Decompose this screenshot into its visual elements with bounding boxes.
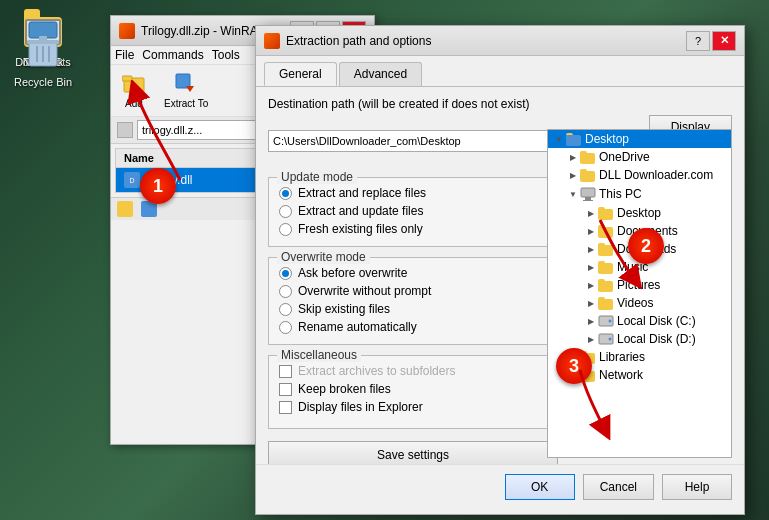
address-text: trilogy.dll.z...: [142, 124, 202, 136]
back-icon[interactable]: [117, 122, 133, 138]
hdd-icon-c: [598, 314, 614, 328]
tree-expander-pictures[interactable]: ▶: [584, 278, 598, 292]
folder-tree[interactable]: ▼ Desktop ▶ OneDrive: [547, 129, 732, 458]
checkbox-keep-broken[interactable]: Keep broken files: [279, 382, 547, 396]
desktop-icon-recycle-label: Recycle Bin: [14, 76, 72, 88]
checkbox-keep-broken-box: [279, 383, 292, 396]
svg-rect-4: [27, 40, 59, 44]
tree-expander-videos[interactable]: ▶: [584, 296, 598, 310]
tree-item-music[interactable]: ▶ Music: [548, 258, 731, 276]
extraction-dialog: Extraction path and options ? ✕ General …: [255, 25, 745, 515]
radio-ask-before-label: Ask before overwrite: [298, 266, 407, 280]
folder-icon-onedrive: [580, 151, 596, 164]
checkbox-extract-subfolders[interactable]: Extract archives to subfolders: [279, 364, 547, 378]
folder-icon-libraries: [580, 351, 596, 364]
checkbox-extract-subfolders-label: Extract archives to subfolders: [298, 364, 455, 378]
hdd-icon-d: [598, 332, 614, 346]
dialog-footer: OK Cancel Help: [256, 464, 744, 508]
tab-bar: General Advanced: [256, 56, 744, 86]
tree-expander-music[interactable]: ▶: [584, 260, 598, 274]
overwrite-mode-title: Overwrite mode: [277, 250, 370, 264]
tree-expander-desktop[interactable]: ▼: [552, 132, 566, 146]
radio-ask-before[interactable]: Ask before overwrite: [279, 266, 547, 280]
tree-expander-dll[interactable]: ▶: [566, 168, 580, 182]
tree-item-local-d[interactable]: ▶ Local Disk (D:): [548, 330, 731, 348]
tree-item-videos[interactable]: ▶ Videos: [548, 294, 731, 312]
radio-ask-before-circle: [279, 267, 292, 280]
tree-label-local-c: Local Disk (C:): [617, 314, 696, 328]
tree-label-dll: DLL Downloader.com: [599, 168, 713, 182]
toolbar-add[interactable]: + Add: [115, 69, 153, 112]
tree-label-local-d: Local Disk (D:): [617, 332, 696, 346]
radio-extract-update-label: Extract and update files: [298, 204, 423, 218]
svg-point-20: [609, 320, 612, 323]
winrar-title-icon: [119, 23, 135, 39]
radio-overwrite-no-prompt[interactable]: Overwrite without prompt: [279, 284, 547, 298]
misc-title: Miscellaneous: [277, 348, 361, 362]
tree-item-thispc[interactable]: ▼ This PC: [548, 184, 731, 204]
tab-general[interactable]: General: [264, 62, 337, 86]
svg-rect-16: [581, 188, 595, 197]
tree-item-local-c[interactable]: ▶ Local Disk (C:): [548, 312, 731, 330]
radio-extract-update[interactable]: Extract and update files: [279, 204, 547, 218]
svg-rect-14: [117, 201, 133, 217]
tab-advanced[interactable]: Advanced: [339, 62, 422, 86]
radio-overwrite-no-prompt-label: Overwrite without prompt: [298, 284, 431, 298]
tree-item-dll-downloader[interactable]: ▶ DLL Downloader.com: [548, 166, 731, 184]
checkbox-display-explorer[interactable]: Display files in Explorer: [279, 400, 547, 414]
tree-item-network[interactable]: ▶ Network: [548, 366, 731, 384]
dest-label: Destination path (will be created if doe…: [268, 97, 732, 111]
help-button[interactable]: Help: [662, 474, 732, 500]
winrar-status-icon: [117, 201, 133, 217]
radio-rename-auto[interactable]: Rename automatically: [279, 320, 547, 334]
dialog-help-btn[interactable]: ?: [686, 31, 710, 51]
overwrite-mode-group: Overwrite mode Ask before overwrite Over…: [268, 257, 558, 345]
file-name: trilogy.dll: [146, 173, 192, 187]
checkbox-keep-broken-label: Keep broken files: [298, 382, 391, 396]
desktop-icon-recycle[interactable]: Recycle Bin: [8, 28, 78, 92]
tree-item-desktop[interactable]: ▼ Desktop: [548, 130, 731, 148]
tree-expander-local-d[interactable]: ▶: [584, 332, 598, 346]
svg-rect-15: [141, 201, 157, 217]
folder-icon-network: [580, 369, 596, 382]
tree-item-documents[interactable]: ▶ Documents: [548, 222, 731, 240]
menu-tools[interactable]: Tools: [212, 48, 240, 62]
dialog-titlebar: Extraction path and options ? ✕: [256, 26, 744, 56]
tree-expander-network[interactable]: ▶: [566, 368, 580, 382]
tree-item-desktop2[interactable]: ▶ Desktop: [548, 204, 731, 222]
svg-marker-13: [186, 86, 194, 92]
cancel-button[interactable]: Cancel: [583, 474, 654, 500]
svg-text:+: +: [131, 80, 137, 91]
dialog-content-area: Destination path (will be created if doe…: [256, 86, 744, 508]
update-mode-group: Update mode Extract and replace files Ex…: [268, 177, 558, 247]
tree-item-libraries[interactable]: ▶ Libraries: [548, 348, 731, 366]
folder-icon-downloads: [598, 243, 614, 256]
menu-file[interactable]: File: [115, 48, 134, 62]
radio-extract-replace[interactable]: Extract and replace files: [279, 186, 547, 200]
tree-label-music: Music: [617, 260, 648, 274]
dialog-title-icon: [264, 33, 280, 49]
tree-label-documents: Documents: [617, 224, 678, 238]
tree-expander-onedrive[interactable]: ▶: [566, 150, 580, 164]
tree-expander-documents[interactable]: ▶: [584, 224, 598, 238]
tree-expander-thispc[interactable]: ▼: [566, 187, 580, 201]
tree-expander-desktop2[interactable]: ▶: [584, 206, 598, 220]
tree-item-onedrive[interactable]: ▶ OneDrive: [548, 148, 731, 166]
tree-label-desktop2: Desktop: [617, 206, 661, 220]
tree-item-pictures[interactable]: ▶ Pictures: [548, 276, 731, 294]
tree-expander-local-c[interactable]: ▶: [584, 314, 598, 328]
radio-fresh-only[interactable]: Fresh existing files only: [279, 222, 547, 236]
left-options-panel: Update mode Extract and replace files Ex…: [268, 177, 558, 469]
ok-button[interactable]: OK: [505, 474, 575, 500]
radio-skip-existing[interactable]: Skip existing files: [279, 302, 547, 316]
radio-extract-replace-label: Extract and replace files: [298, 186, 426, 200]
tree-expander-libraries[interactable]: ▶: [566, 350, 580, 364]
toolbar-extract[interactable]: Extract To: [157, 69, 215, 112]
folder-icon-documents: [598, 225, 614, 238]
dialog-close-btn[interactable]: ✕: [712, 31, 736, 51]
tree-expander-downloads[interactable]: ▶: [584, 242, 598, 256]
tree-item-downloads[interactable]: ▶ Downloads: [548, 240, 731, 258]
folder-icon-videos: [598, 297, 614, 310]
checkbox-extract-subfolders-box: [279, 365, 292, 378]
menu-commands[interactable]: Commands: [142, 48, 203, 62]
